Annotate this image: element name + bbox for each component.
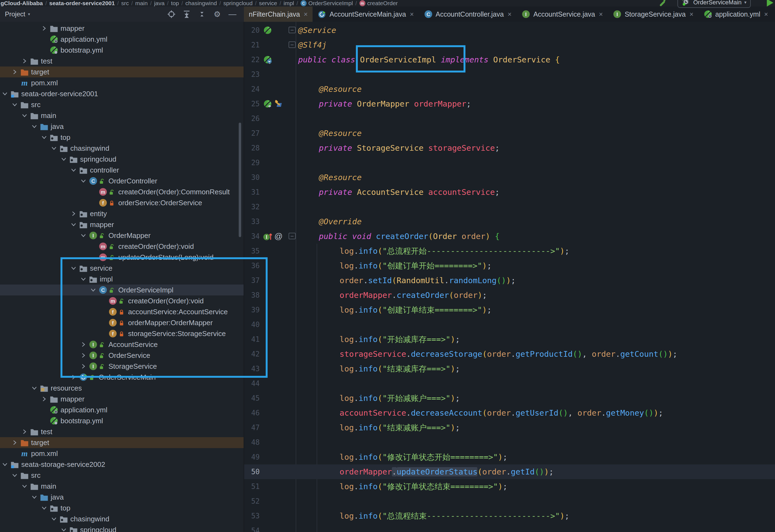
tree-row[interactable]: mpom.xml <box>0 448 244 459</box>
line-number[interactable]: 45 <box>244 391 260 406</box>
editor-tab[interactable]: application.yml× <box>698 7 773 22</box>
chevron-down-icon[interactable] <box>31 385 38 391</box>
line-number[interactable]: 26 <box>244 111 260 126</box>
tree-row[interactable]: controller <box>0 165 244 175</box>
chevron-right-icon[interactable] <box>21 428 28 435</box>
tree-row[interactable]: bootstrap.yml <box>0 45 244 56</box>
tree-row[interactable]: java <box>0 121 244 132</box>
tree-row[interactable]: seata-storage-service2002 <box>0 459 244 470</box>
chevron-down-icon[interactable] <box>31 494 38 500</box>
chevron-down-icon[interactable] <box>11 472 18 479</box>
chevron-down-icon[interactable] <box>80 232 87 239</box>
at-icon[interactable]: @ <box>274 232 283 241</box>
chevron-down-icon[interactable] <box>70 167 77 173</box>
breadcrumb-item[interactable]: java <box>154 0 165 7</box>
tree-row[interactable]: mcreateOrder(Order):void <box>0 241 244 252</box>
tab-close-icon[interactable]: × <box>599 10 603 18</box>
tree-row[interactable]: mapper <box>0 23 244 34</box>
breadcrumb-item[interactable]: springcloud <box>223 0 252 7</box>
editor-tab[interactable]: AccountServiceMain.java× <box>312 7 419 22</box>
tree-row[interactable]: application.yml <box>0 405 244 415</box>
tree-row[interactable]: top <box>0 503 244 513</box>
locate-file-icon[interactable] <box>167 10 176 19</box>
chevron-right-icon[interactable] <box>21 58 28 64</box>
tree-row[interactable]: resources <box>0 383 244 394</box>
bean-icon[interactable] <box>263 26 272 35</box>
editor-tab[interactable]: IStorageService.java× <box>608 7 698 22</box>
editor-tab[interactable]: CAccountController.java× <box>419 7 517 22</box>
tab-close-icon[interactable]: × <box>689 10 694 18</box>
chevron-down-icon[interactable] <box>80 178 87 184</box>
tab-close-icon[interactable]: × <box>304 10 308 18</box>
tree-row[interactable]: chasingwind <box>0 513 244 524</box>
line-number[interactable]: 53 <box>244 509 260 523</box>
line-number[interactable]: 49 <box>244 450 260 464</box>
line-number[interactable]: 23 <box>244 67 260 82</box>
tree-row[interactable]: springcloud <box>0 154 244 165</box>
tree-row[interactable]: forderService:OrderService <box>0 197 244 208</box>
tree-row[interactable]: mapper <box>0 394 244 405</box>
tree-row[interactable]: seata-order-service2001 <box>0 88 244 99</box>
tree-row[interactable]: application.yml <box>0 34 244 45</box>
breadcrumb-item[interactable]: main <box>135 0 148 7</box>
chevron-down-icon[interactable] <box>11 101 18 108</box>
tree-row[interactable]: mapper <box>0 219 244 230</box>
chevron-down-icon[interactable] <box>2 461 8 468</box>
mybatis-icon[interactable] <box>274 99 283 108</box>
chevron-down-icon[interactable] <box>51 145 57 151</box>
breadcrumb-item[interactable]: gCloud-Alibaba <box>1 0 43 7</box>
tree-row[interactable]: entity <box>0 208 244 219</box>
chevron-right-icon[interactable] <box>11 69 18 75</box>
expand-all-icon[interactable] <box>182 10 191 19</box>
line-number[interactable]: 54 <box>244 523 260 532</box>
chevron-down-icon[interactable] <box>70 221 77 228</box>
breadcrumb-item[interactable]: COrderServiceImpl <box>300 0 353 7</box>
tree-row[interactable]: springcloud <box>0 524 244 532</box>
tree-row[interactable]: COrderController <box>0 175 244 186</box>
line-number[interactable]: 50 <box>244 464 260 479</box>
line-number[interactable]: 30 <box>244 170 260 185</box>
green-diagonal-arrow-icon[interactable] <box>657 0 668 7</box>
chevron-right-icon[interactable] <box>70 210 77 217</box>
bean-arrow-icon[interactable] <box>263 99 272 108</box>
line-number[interactable]: 21 <box>244 38 260 52</box>
breadcrumb-item[interactable]: service <box>259 0 277 7</box>
breadcrumb-item[interactable]: src <box>121 0 129 7</box>
hide-panel-icon[interactable]: — <box>228 10 237 19</box>
breadcrumb-item[interactable]: top <box>171 0 179 7</box>
chevron-down-icon[interactable] <box>41 505 47 511</box>
tree-row[interactable]: test <box>0 56 244 66</box>
chevron-down-icon[interactable] <box>21 112 28 119</box>
fold-marker-icon[interactable]: – <box>288 27 296 33</box>
chevron-down-icon[interactable] <box>51 516 57 522</box>
tree-row[interactable]: src <box>0 99 244 110</box>
line-number[interactable]: 27 <box>244 126 260 141</box>
project-panel-title[interactable]: Project <box>5 10 25 18</box>
fold-marker-icon[interactable]: – <box>288 41 296 48</box>
override-icon[interactable]: I <box>263 232 272 241</box>
chevron-down-icon[interactable] <box>2 90 8 97</box>
chevron-down-icon[interactable] <box>21 483 28 490</box>
chevron-down-icon[interactable] <box>31 123 38 130</box>
editor-tab[interactable]: IOrderMapp <box>773 7 775 22</box>
line-number[interactable]: 46 <box>244 406 260 420</box>
run-configuration-select[interactable]: OrderServiceMain ▾ <box>677 0 751 8</box>
tree-row[interactable]: main <box>0 110 244 121</box>
line-number[interactable]: 44 <box>244 376 260 391</box>
editor-tab[interactable]: nFilterChain.java× <box>244 7 312 22</box>
settings-gear-icon[interactable]: ⚙ <box>213 10 221 19</box>
line-number[interactable]: 52 <box>244 494 260 509</box>
tree-row[interactable]: mpom.xml <box>0 77 244 88</box>
chevron-down-icon[interactable] <box>41 134 47 141</box>
chevron-right-icon[interactable] <box>41 25 47 32</box>
chevron-down-icon[interactable]: ▾ <box>28 12 30 17</box>
chevron-right-icon[interactable] <box>11 439 18 446</box>
tree-row[interactable]: chasingwind <box>0 143 244 154</box>
tree-row[interactable]: top <box>0 132 244 143</box>
tree-row[interactable]: test <box>0 426 244 437</box>
line-number[interactable]: 34 <box>244 229 260 243</box>
line-number[interactable]: 51 <box>244 479 260 494</box>
breadcrumb-item[interactable]: seata-order-service2001 <box>49 0 115 7</box>
tree-row[interactable]: java <box>0 492 244 503</box>
editor-tab[interactable]: IAccountService.java× <box>517 7 608 22</box>
